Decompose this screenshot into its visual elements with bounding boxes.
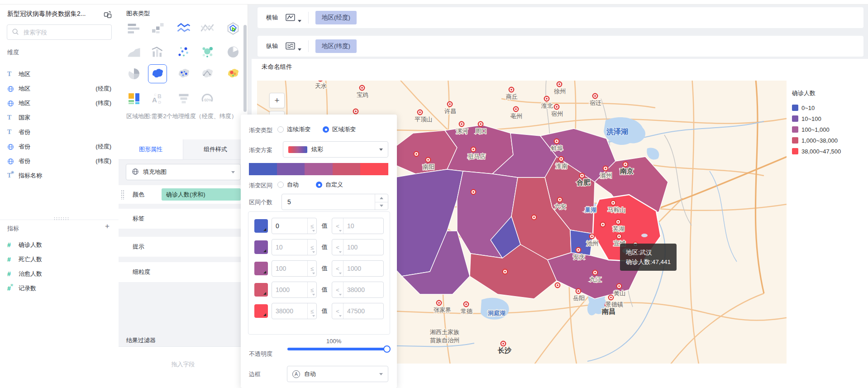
min-operator-select[interactable]: ≤ bbox=[307, 282, 316, 297]
y-axis-label: 纵轴 bbox=[266, 42, 278, 50]
chart-type-funnel-icon[interactable] bbox=[177, 92, 191, 105]
max-operator-select[interactable]: < bbox=[332, 303, 343, 319]
interval-count-input[interactable] bbox=[282, 194, 370, 210]
gradient-scheme-select[interactable]: 炫彩 bbox=[283, 141, 388, 158]
chart-type-pie-icon[interactable] bbox=[226, 45, 240, 59]
range-color-swatch[interactable] bbox=[254, 262, 268, 275]
text-icon: T bbox=[7, 71, 19, 78]
config-scrollbar[interactable] bbox=[243, 25, 247, 112]
x-axis-field-tag[interactable]: 地区(经度) bbox=[315, 11, 357, 24]
chart-type-gauge-icon[interactable]: 60% bbox=[200, 92, 214, 105]
search-input[interactable] bbox=[23, 29, 107, 36]
zoom-in-button[interactable]: + bbox=[269, 93, 285, 108]
measure-field-item[interactable]: #治愈人数 bbox=[0, 267, 119, 281]
y-axis-field-tag[interactable]: 地区(纬度) bbox=[315, 39, 357, 53]
range-max-input[interactable] bbox=[343, 265, 383, 272]
chart-type-word-cloud-icon[interactable]: ABDC bbox=[151, 92, 164, 105]
section-tooltip[interactable]: 提示 bbox=[119, 237, 248, 257]
radio-area-gradient[interactable]: 区域渐变 bbox=[323, 125, 356, 134]
interval-count-input-box bbox=[281, 194, 388, 210]
chart-type-treemap-icon[interactable] bbox=[127, 92, 141, 105]
tab-component-style[interactable]: 组件样式 bbox=[183, 139, 248, 159]
chart-type-bar-horizontal-icon[interactable] bbox=[127, 22, 141, 35]
resize-handle[interactable] bbox=[53, 217, 69, 220]
border-select[interactable]: A 自动 bbox=[287, 366, 388, 382]
max-operator-select[interactable]: < bbox=[332, 261, 343, 276]
chart-type-map-flow-icon[interactable] bbox=[200, 67, 214, 81]
tab-graph-properties[interactable]: 图形属性 bbox=[119, 139, 183, 159]
stepper-up-icon[interactable] bbox=[375, 194, 388, 202]
stepper-down-icon[interactable] bbox=[375, 202, 388, 210]
chart-type-line-icon[interactable] bbox=[200, 22, 214, 35]
dimension-field-item[interactable]: 省份(经度) bbox=[0, 139, 119, 154]
chart-type-bar-line-combo-icon[interactable] bbox=[151, 45, 164, 59]
chart-type-hint: 区域地图:需要2个地理维度（经度、纬度） bbox=[126, 112, 241, 121]
range-min-input-box: ≤ bbox=[272, 260, 317, 277]
dimension-field-item[interactable]: T省份 bbox=[0, 125, 119, 139]
chart-type-rose-pie-icon[interactable] bbox=[127, 67, 141, 81]
range-max-input[interactable] bbox=[343, 244, 383, 251]
chart-type-map-heat-icon[interactable] bbox=[226, 67, 240, 81]
chart-type-line-stack-icon[interactable] bbox=[177, 22, 191, 35]
range-min-input[interactable] bbox=[272, 265, 307, 272]
x-axis-type-icon[interactable] bbox=[285, 13, 301, 22]
dimension-field-item[interactable]: T地区 bbox=[0, 67, 119, 81]
dimension-field-item[interactable]: T✳指标名称 bbox=[0, 168, 119, 183]
chart-type-radar-icon[interactable] bbox=[226, 22, 240, 35]
map-label-city: 九江 bbox=[590, 276, 601, 283]
range-min-input[interactable] bbox=[272, 244, 307, 251]
range-max-input-box: < bbox=[332, 260, 384, 277]
range-min-input[interactable] bbox=[272, 222, 307, 230]
range-color-swatch[interactable] bbox=[254, 240, 268, 254]
chart-type-bar-stacked-icon[interactable] bbox=[151, 22, 164, 35]
svg-text:A: A bbox=[152, 96, 157, 104]
chart-type-area-icon[interactable] bbox=[127, 45, 141, 59]
measure-field-item[interactable]: #✳记录数 bbox=[0, 281, 119, 296]
dimension-field-item[interactable]: 地区(纬度) bbox=[0, 96, 119, 110]
measure-field-item[interactable]: #确诊人数 bbox=[0, 238, 119, 252]
range-min-input[interactable] bbox=[272, 286, 307, 293]
dataset-switch-icon[interactable] bbox=[103, 10, 112, 19]
max-operator-select[interactable]: < bbox=[332, 218, 343, 234]
section-label[interactable]: 标签 bbox=[119, 209, 248, 229]
color-field-pill[interactable]: 确诊人数(求和) bbox=[162, 188, 241, 201]
legend-swatch bbox=[792, 148, 798, 154]
max-operator-select[interactable]: < bbox=[332, 282, 343, 297]
add-measure-button[interactable]: + bbox=[103, 223, 111, 231]
slider-track[interactable] bbox=[287, 348, 387, 350]
min-operator-select[interactable]: ≤ bbox=[307, 303, 316, 319]
radio-continuous-gradient[interactable]: 连续渐变 bbox=[277, 125, 310, 134]
radio-custom-interval[interactable]: 自定义 bbox=[316, 181, 343, 189]
dimension-field-item[interactable]: 地区(经度) bbox=[0, 81, 119, 96]
legend-title: 确诊人数 bbox=[792, 89, 841, 97]
chart-type-bubble-icon[interactable] bbox=[200, 45, 214, 59]
dimensions-list: T地区地区(经度)地区(纬度)T国家T省份省份(经度)省份(纬度)T✳指标名称 bbox=[0, 67, 119, 183]
range-max-input[interactable] bbox=[343, 307, 383, 315]
min-operator-select[interactable]: ≤ bbox=[307, 218, 316, 234]
field-name: 死亡人数 bbox=[19, 255, 42, 263]
dimension-field-item[interactable]: T国家 bbox=[0, 110, 119, 125]
min-operator-select[interactable]: ≤ bbox=[307, 240, 316, 255]
chart-type-scatter-icon[interactable] bbox=[177, 45, 191, 59]
filter-dropzone[interactable]: 拖入字段 bbox=[119, 346, 248, 388]
range-max-input[interactable] bbox=[343, 222, 383, 230]
range-min-input[interactable] bbox=[272, 307, 307, 315]
map-legend: 确诊人数 0~1010~100100~1,0001,000~38,00038,0… bbox=[792, 89, 841, 157]
range-color-swatch[interactable] bbox=[254, 304, 268, 318]
dimension-field-item[interactable]: 省份(纬度) bbox=[0, 154, 119, 168]
chart-type-map-bubble-icon[interactable] bbox=[177, 67, 191, 81]
map-label-city: 蚌埠 bbox=[551, 145, 563, 152]
y-axis-type-icon[interactable] bbox=[285, 42, 301, 51]
map-type-select[interactable]: 填充地图 bbox=[126, 164, 241, 180]
chart-type-map-area-icon[interactable] bbox=[151, 67, 164, 81]
range-color-swatch[interactable] bbox=[254, 283, 268, 297]
min-operator-select[interactable]: ≤ bbox=[307, 261, 316, 276]
drag-handle-icon[interactable] bbox=[121, 190, 124, 200]
max-operator-select[interactable]: < bbox=[332, 240, 343, 255]
radio-auto-interval[interactable]: 自动 bbox=[277, 181, 299, 189]
range-color-swatch[interactable] bbox=[254, 219, 268, 233]
measure-field-item[interactable]: #死亡人数 bbox=[0, 252, 119, 267]
range-max-input[interactable] bbox=[343, 286, 383, 293]
slider-knob[interactable] bbox=[383, 345, 391, 353]
section-granularity[interactable]: 细粒度 bbox=[119, 262, 248, 282]
